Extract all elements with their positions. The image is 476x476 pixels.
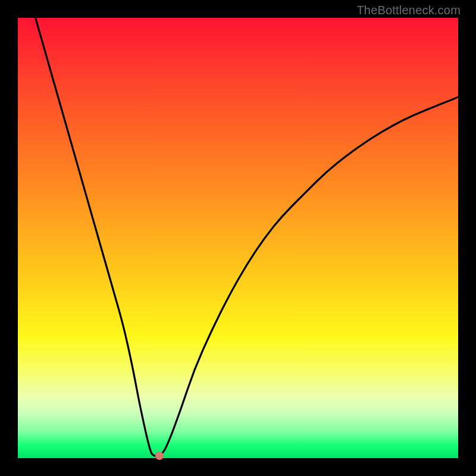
watermark-text: TheBottleneck.com xyxy=(356,4,461,17)
minimum-point-marker xyxy=(155,452,164,460)
chart-frame: TheBottleneck.com xyxy=(0,0,476,476)
bottleneck-curve xyxy=(18,18,458,458)
